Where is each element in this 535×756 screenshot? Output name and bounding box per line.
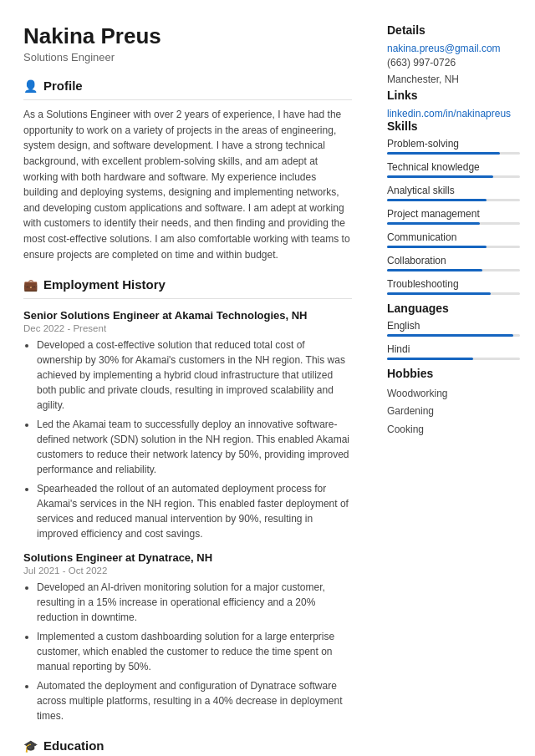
languages-section: Languages English Hindi bbox=[387, 302, 520, 360]
job-2-title: Solutions Engineer at Dynatrace, NH bbox=[23, 551, 352, 564]
job-2-bullet-2: Implemented a custom dashboarding soluti… bbox=[37, 629, 352, 674]
skill-analytical: Analytical skills bbox=[387, 185, 520, 201]
skill-project-mgmt-bar-fill bbox=[387, 222, 480, 225]
skill-communication: Communication bbox=[387, 231, 520, 248]
skill-project-mgmt: Project management bbox=[387, 208, 520, 225]
education-section: 🎓 Education Bachelor of Science in Solut… bbox=[23, 738, 352, 756]
job-1-bullet-1: Developed a cost-effective solution that… bbox=[37, 337, 352, 413]
skill-problem-solving-bar-fill bbox=[387, 152, 500, 155]
job-2-dates: Jul 2021 - Oct 2022 bbox=[23, 566, 352, 576]
skill-collaboration-bar-fill bbox=[387, 269, 482, 271]
languages-heading: Languages bbox=[387, 302, 520, 315]
skill-communication-bar-bg bbox=[387, 246, 520, 248]
skill-communication-bar-fill bbox=[387, 246, 487, 248]
skill-troubleshooting-label: Troubleshooting bbox=[387, 278, 520, 290]
profile-text: As a Solutions Engineer with over 2 year… bbox=[23, 107, 352, 262]
profile-icon: 👤 bbox=[23, 79, 38, 93]
skill-collaboration-bar-bg bbox=[387, 269, 520, 271]
skills-heading: Skills bbox=[387, 119, 520, 133]
lang-english-bar-bg bbox=[387, 334, 520, 337]
phone-text: (663) 997-0726 bbox=[387, 57, 456, 68]
employment-divider bbox=[23, 298, 352, 299]
hobby-3: Cooking bbox=[387, 421, 520, 439]
job-1-dates: Dec 2022 - Present bbox=[23, 323, 352, 333]
profile-heading: 👤 Profile bbox=[23, 79, 352, 93]
left-column: Nakina Preus Solutions Engineer 👤 Profil… bbox=[0, 0, 372, 756]
education-icon: 🎓 bbox=[23, 739, 38, 753]
job-2: Solutions Engineer at Dynatrace, NH Jul … bbox=[23, 551, 352, 723]
skill-collaboration: Collaboration bbox=[387, 255, 520, 271]
skills-section: Skills Problem-solving Technical knowled… bbox=[387, 119, 520, 295]
skill-troubleshooting: Troubleshooting bbox=[387, 278, 520, 295]
job-1-bullets: Developed a cost-effective solution that… bbox=[23, 337, 352, 541]
skill-project-mgmt-label: Project management bbox=[387, 208, 520, 220]
lang-hindi-bar-fill bbox=[387, 358, 473, 360]
candidate-name: Nakina Preus bbox=[23, 23, 352, 49]
links-heading: Links bbox=[387, 89, 520, 102]
skill-problem-solving: Problem-solving bbox=[387, 138, 520, 155]
education-heading: 🎓 Education bbox=[23, 738, 352, 753]
job-1-bullet-2: Led the Akamai team to successfully depl… bbox=[37, 417, 352, 477]
employment-heading: 💼 Employment History bbox=[23, 277, 352, 292]
job-1: Senior Solutions Engineer at Akamai Tech… bbox=[23, 309, 352, 541]
skill-technical-bar-bg bbox=[387, 175, 520, 178]
skill-analytical-bar-fill bbox=[387, 199, 487, 201]
lang-hindi: Hindi bbox=[387, 343, 520, 360]
skill-analytical-bar-bg bbox=[387, 199, 520, 201]
job-2-bullets: Developed an AI-driven monitoring soluti… bbox=[23, 580, 352, 723]
details-section: Details nakina.preus@gmail.com (663) 997… bbox=[387, 23, 520, 89]
skill-technical: Technical knowledge bbox=[387, 161, 520, 178]
skill-troubleshooting-bar-fill bbox=[387, 292, 491, 295]
hobby-2: Gardening bbox=[387, 403, 520, 421]
job-1-bullet-3: Spearheaded the rollout of an automated … bbox=[37, 481, 352, 541]
skill-problem-solving-bar-bg bbox=[387, 152, 520, 155]
profile-section: 👤 Profile As a Solutions Engineer with o… bbox=[23, 79, 352, 262]
job-1-title: Senior Solutions Engineer at Akamai Tech… bbox=[23, 309, 352, 322]
skill-analytical-label: Analytical skills bbox=[387, 185, 520, 196]
skill-technical-bar-fill bbox=[387, 175, 493, 178]
skill-communication-label: Communication bbox=[387, 231, 520, 243]
skill-troubleshooting-bar-bg bbox=[387, 292, 520, 295]
email-link[interactable]: nakina.preus@gmail.com bbox=[387, 43, 501, 54]
employment-icon: 💼 bbox=[23, 278, 38, 292]
lang-hindi-bar-bg bbox=[387, 358, 520, 360]
lang-english-label: English bbox=[387, 320, 520, 332]
links-section: Links linkedin.com/in/nakinapreus bbox=[387, 89, 520, 119]
header: Nakina Preus Solutions Engineer bbox=[23, 23, 352, 63]
candidate-title: Solutions Engineer bbox=[23, 51, 352, 63]
lang-english: English bbox=[387, 320, 520, 337]
profile-divider bbox=[23, 99, 352, 100]
skill-technical-label: Technical knowledge bbox=[387, 161, 520, 173]
right-column: Details nakina.preus@gmail.com (663) 997… bbox=[372, 0, 535, 756]
location-text: Manchester, NH bbox=[387, 74, 459, 85]
job-2-bullet-1: Developed an AI-driven monitoring soluti… bbox=[37, 580, 352, 625]
linkedin-link[interactable]: linkedin.com/in/nakinapreus bbox=[387, 108, 511, 119]
hobby-1: Woodworking bbox=[387, 385, 520, 403]
skill-collaboration-label: Collaboration bbox=[387, 255, 520, 266]
lang-english-bar-fill bbox=[387, 334, 513, 337]
employment-section: 💼 Employment History Senior Solutions En… bbox=[23, 277, 352, 723]
resume-container: Nakina Preus Solutions Engineer 👤 Profil… bbox=[0, 0, 535, 756]
skill-problem-solving-label: Problem-solving bbox=[387, 138, 520, 150]
hobbies-heading: Hobbies bbox=[387, 367, 520, 380]
details-heading: Details bbox=[387, 23, 520, 37]
job-2-bullet-3: Automated the deployment and configurati… bbox=[37, 678, 352, 723]
skill-project-mgmt-bar-bg bbox=[387, 222, 520, 225]
hobbies-section: Hobbies Woodworking Gardening Cooking bbox=[387, 367, 520, 439]
lang-hindi-label: Hindi bbox=[387, 343, 520, 355]
